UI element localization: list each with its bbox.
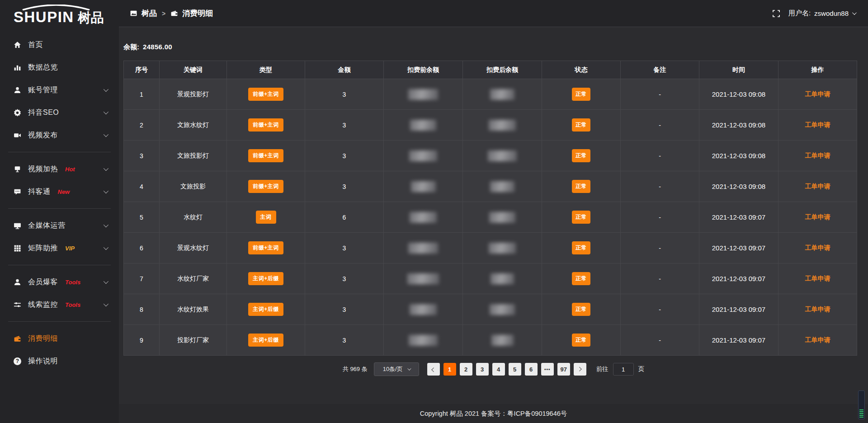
redacted-balance-before bbox=[409, 335, 438, 346]
page-button-97[interactable]: 97 bbox=[557, 363, 570, 376]
cell-action: 工单申请 bbox=[778, 141, 857, 171]
work-order-link[interactable]: 工单申请 bbox=[805, 336, 830, 343]
cell-keyword: 水纹灯效果 bbox=[160, 294, 227, 325]
work-order-link[interactable]: 工单申请 bbox=[805, 152, 830, 159]
grid-icon bbox=[14, 244, 21, 252]
sidebar-item-label: 消费明细 bbox=[28, 334, 58, 343]
cell-type: 主词+后缀 bbox=[227, 294, 305, 325]
table-header-row: 序号关键词类型金额扣费前余额扣费后余额状态备注时间操作 bbox=[124, 61, 857, 79]
header-right: 用户名: zswodun88 bbox=[772, 9, 855, 18]
page-button-4[interactable]: 4 bbox=[492, 363, 505, 376]
column-header: 扣费后余额 bbox=[463, 61, 542, 79]
cell-keyword: 投影灯厂家 bbox=[160, 325, 227, 356]
chevron-right-icon bbox=[577, 367, 582, 371]
status-badge: 正常 bbox=[572, 88, 590, 101]
cell-type: 主词 bbox=[227, 202, 305, 233]
sidebar-item-badge: New bbox=[58, 188, 70, 195]
cell-keyword: 景观水纹灯 bbox=[160, 233, 227, 263]
cell-keyword: 文旅投影灯 bbox=[160, 141, 227, 171]
cell-time: 2021-12-03 09:08 bbox=[699, 79, 778, 110]
mini-scroll-widget[interactable] bbox=[858, 390, 865, 419]
goto-page-input[interactable] bbox=[613, 363, 634, 376]
status-badge: 正常 bbox=[572, 241, 590, 254]
work-order-link[interactable]: 工单申请 bbox=[805, 244, 830, 251]
status-badge: 正常 bbox=[572, 211, 590, 224]
sidebar-item-video-publish[interactable]: 视频发布 bbox=[0, 124, 119, 146]
work-order-link[interactable]: 工单申请 bbox=[805, 306, 830, 313]
table-row: 5水纹灯主词6正常-2021-12-03 09:07工单申请 bbox=[124, 202, 857, 233]
type-badge: 前缀+主词 bbox=[248, 149, 283, 162]
page-button-6[interactable]: 6 bbox=[525, 363, 538, 376]
work-order-link[interactable]: 工单申请 bbox=[805, 90, 830, 98]
page-size-select[interactable]: 10条/页 bbox=[374, 362, 419, 376]
sidebar-item-consume-detail[interactable]: 消费明细 bbox=[0, 327, 119, 350]
cell-balance-before bbox=[384, 325, 463, 356]
gear-icon bbox=[14, 109, 21, 117]
fullscreen-icon[interactable] bbox=[772, 9, 780, 18]
cell-index: 2 bbox=[124, 110, 160, 141]
cell-time: 2021-12-03 09:07 bbox=[699, 233, 778, 263]
type-badge: 前缀+主词 bbox=[248, 241, 283, 254]
cell-balance-before bbox=[384, 171, 463, 202]
sidebar-item-matrix-boost[interactable]: 矩阵助推VIP bbox=[0, 237, 119, 259]
sidebar-item-instructions[interactable]: ?操作说明 bbox=[0, 350, 119, 372]
cell-type: 前缀+主词 bbox=[227, 141, 305, 171]
cell-type: 主词+后缀 bbox=[227, 263, 305, 294]
page-button-1[interactable]: 1 bbox=[443, 363, 456, 376]
chevron-down-icon bbox=[104, 166, 108, 171]
cell-status: 正常 bbox=[542, 233, 621, 263]
sidebar-item-video-heat[interactable]: 视频加热Hot bbox=[0, 158, 119, 180]
balance-value: 24856.00 bbox=[143, 43, 172, 51]
top-header: 树品 > 消费明细 用户名: zswodun88 bbox=[119, 0, 868, 27]
column-header: 时间 bbox=[699, 61, 778, 79]
user-name: zswodun88 bbox=[814, 9, 849, 17]
page-button-5[interactable]: 5 bbox=[509, 363, 521, 376]
wallet-icon bbox=[14, 335, 21, 343]
cell-balance-after bbox=[463, 79, 542, 110]
cell-amount: 6 bbox=[305, 202, 384, 233]
sidebar-item-clue-monitor[interactable]: 线索监控Tools bbox=[0, 293, 119, 316]
sidebar-item-member-baoke[interactable]: 会员爆客Tools bbox=[0, 271, 119, 293]
work-order-link[interactable]: 工单申请 bbox=[805, 275, 830, 282]
next-page-button[interactable] bbox=[574, 363, 586, 376]
consume-table: 序号关键词类型金额扣费前余额扣费后余额状态备注时间操作 1景观投影灯前缀+主词3… bbox=[123, 61, 857, 356]
sidebar-item-data-overview[interactable]: 数据总览 bbox=[0, 56, 119, 79]
cell-index: 6 bbox=[124, 233, 160, 263]
table-row: 4文旅投影前缀+主词3正常-2021-12-03 09:08工单申请 bbox=[124, 171, 857, 202]
work-order-link[interactable]: 工单申请 bbox=[805, 183, 830, 190]
chevron-down-icon bbox=[104, 109, 108, 114]
breadcrumb: 树品 > 消费明细 bbox=[130, 8, 213, 19]
work-order-link[interactable]: 工单申请 bbox=[805, 213, 830, 221]
breadcrumb-root[interactable]: 树品 bbox=[142, 8, 157, 19]
cell-balance-before bbox=[384, 233, 463, 263]
type-badge: 主词+后缀 bbox=[248, 303, 283, 316]
page-button-2[interactable]: 2 bbox=[460, 363, 472, 376]
sidebar-item-douyin-seo[interactable]: 抖音SEO bbox=[0, 101, 119, 124]
page-button-3[interactable]: 3 bbox=[476, 363, 489, 376]
table-body: 1景观投影灯前缀+主词3正常-2021-12-03 09:08工单申请2文旅水纹… bbox=[124, 79, 857, 356]
more-pages-button[interactable]: ••• bbox=[541, 363, 554, 376]
cell-index: 5 bbox=[124, 202, 160, 233]
table-row: 3文旅投影灯前缀+主词3正常-2021-12-03 09:08工单申请 bbox=[124, 141, 857, 171]
prev-page-button[interactable] bbox=[427, 363, 440, 376]
cell-keyword: 文旅投影 bbox=[160, 171, 227, 202]
sidebar-item-douketong[interactable]: 抖客通New bbox=[0, 180, 119, 203]
cell-status: 正常 bbox=[542, 202, 621, 233]
user-icon bbox=[14, 278, 21, 286]
pagination: 共 969 条 10条/页 123456•••97 前往 页 bbox=[119, 362, 868, 376]
user-menu[interactable]: 用户名: zswodun88 bbox=[788, 9, 855, 18]
logo-text-en: SHUPIN bbox=[14, 9, 74, 26]
user-icon bbox=[14, 86, 21, 94]
chevron-down-icon bbox=[104, 132, 108, 137]
video-camera-icon bbox=[14, 132, 21, 139]
sidebar-item-account-manage[interactable]: 账号管理 bbox=[0, 79, 119, 101]
redacted-balance-after bbox=[489, 212, 515, 223]
sidebar-item-home[interactable]: 首页 bbox=[0, 33, 119, 56]
sidebar-item-media-operation[interactable]: 全媒体运营 bbox=[0, 214, 119, 237]
work-order-link[interactable]: 工单申请 bbox=[805, 121, 830, 128]
redacted-balance-before bbox=[409, 150, 437, 161]
cell-time: 2021-12-03 09:07 bbox=[699, 202, 778, 233]
nav-divider bbox=[8, 265, 111, 265]
cell-type: 前缀+主词 bbox=[227, 79, 305, 110]
chat-icon bbox=[14, 188, 21, 196]
